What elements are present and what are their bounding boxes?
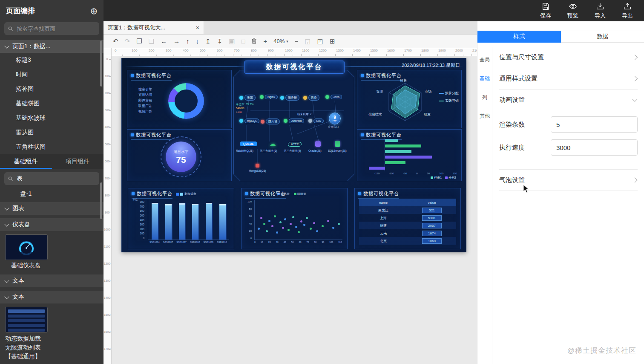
delete-icon[interactable] — [251, 38, 257, 45]
scrollbar[interactable] — [100, 40, 102, 87]
component-thumb-gauge[interactable] — [5, 234, 48, 260]
component-thumb-scrolllist[interactable] — [5, 307, 48, 332]
section-label: 仪表盘 — [12, 221, 30, 228]
database-node-icon[interactable] — [315, 141, 321, 147]
zoom-fit-icon: ◱ — [305, 38, 311, 44]
move-down-icon[interactable]: ↓ — [196, 38, 199, 44]
render-count-input[interactable] — [551, 116, 638, 133]
fullscreen-icon[interactable]: ◳ — [317, 38, 323, 44]
setting-row-bubble[interactable]: 气泡设置 — [499, 170, 638, 191]
node-sublabel: 第三方服务(6) — [260, 149, 277, 153]
dashboard-datetime[interactable]: 2022/09/18 17:22:33 星期日 — [402, 62, 460, 69]
copy-icon[interactable]: ❐ — [136, 38, 142, 44]
page-tree-root[interactable]: 页面1：数据... — [0, 40, 104, 53]
ruler-tick — [386, 54, 387, 56]
node-icon — [284, 119, 288, 123]
page-tree-item[interactable]: 基础饼图 — [0, 96, 104, 111]
page-tree-item[interactable]: 雷达图 — [0, 125, 104, 140]
legend-marker — [431, 176, 433, 179]
canvas-tab[interactable]: 页面1：数据可视化大... × — [104, 21, 204, 34]
side-tab-other[interactable]: 其他 — [480, 113, 490, 120]
database-node-icon[interactable] — [335, 141, 340, 147]
panel-title-label: 数据可视化平台 — [366, 132, 402, 138]
panel-radar-chart[interactable]: 数据可视化平台 销售 市场 — [357, 70, 462, 128]
side-tab-basic[interactable]: 基础 — [480, 75, 490, 82]
panel-waterball[interactable]: 数据可视化平台 消息水平 75 — [127, 129, 232, 181]
move-left-icon[interactable]: ← — [161, 38, 167, 44]
topology-node[interactable]: 集团 — [239, 95, 256, 101]
grid-view-icon[interactable]: ⊞ — [330, 38, 335, 44]
queue-node[interactable]: QUEUE — [240, 142, 257, 146]
topology-node[interactable]: iOS — [308, 118, 324, 123]
preview-button[interactable]: 预览 — [562, 2, 584, 20]
dashboard-screen[interactable]: 数据可视化平台 2022/09/18 17:22:33 星期日 数据可视化平台 … — [121, 58, 466, 252]
setting-row-position-size[interactable]: 位置与尺寸设置 — [499, 47, 638, 68]
panel-scatter-chart[interactable]: 数据可视化平台 降水量降雨量 100806040200 010203040506… — [241, 188, 348, 249]
panel-topology[interactable]: 集团Nginx服务器设备Java单位率: 35.7%546ms1348往来利用:… — [233, 70, 354, 181]
page-tree-item[interactable]: 五角柱状图 — [0, 140, 104, 154]
undo-icon[interactable]: ↶ — [113, 38, 118, 44]
topology-node[interactable]: mySQL — [239, 118, 259, 123]
tab-project-components[interactable]: 项目组件 — [52, 154, 104, 169]
side-tab-column[interactable]: 列 — [482, 94, 487, 101]
zoom-level-select[interactable]: 40%▾ — [273, 38, 288, 44]
cloud-node-icon[interactable]: ☁ — [269, 141, 276, 147]
ruler-number: 100 — [132, 49, 137, 52]
ruler-tick — [122, 55, 123, 56]
component-item-label[interactable]: 基础仪表盘 — [5, 262, 47, 269]
page-tree-item[interactable]: 基础水波球 — [0, 111, 104, 125]
panel-hbar-chart[interactable]: 数据可视化平台 -150-100-50050100150 样例1样例2 — [357, 129, 462, 181]
axis-tick: 200 — [134, 228, 144, 231]
entry-node[interactable]: 9PHP — [329, 113, 341, 124]
component-item-label[interactable]: 盘-1 — [5, 190, 47, 198]
waterball-label: 消息水平 — [173, 149, 189, 155]
topology-node[interactable]: 服务器 — [280, 95, 299, 101]
http-node[interactable]: HTTP — [288, 142, 302, 147]
workspace[interactable]: 0100200300400500600700800900100011001200… — [104, 48, 477, 364]
move-right-icon[interactable]: → — [173, 38, 180, 44]
align-bottom-icon[interactable]: ↧ — [217, 38, 223, 44]
database-node-icon[interactable] — [256, 164, 259, 168]
align-top-icon[interactable]: ↥ — [205, 38, 211, 44]
page-tree-item[interactable]: 标题3 — [0, 53, 104, 67]
page-tree-item[interactable]: 时间 — [0, 67, 104, 82]
tab-style[interactable]: 样式 — [477, 31, 561, 43]
page-search-input[interactable] — [16, 25, 95, 32]
topology-node[interactable]: Android — [284, 118, 304, 123]
component-search-box[interactable] — [4, 172, 99, 185]
section-header-gauge[interactable]: 仪表盘 — [0, 218, 104, 231]
close-icon[interactable]: × — [196, 24, 199, 31]
component-search-input[interactable] — [16, 175, 95, 182]
add-page-button[interactable]: ⊕ — [90, 6, 98, 15]
ruler-number: 1500 — [370, 49, 378, 52]
tab-basic-components[interactable]: 基础组件 — [0, 154, 52, 169]
panel-data-table[interactable]: 数据可视化平台 namevalue黑龙江521上海5301福建2057云南167… — [354, 188, 461, 249]
section-header-chart[interactable]: 图表 — [0, 202, 104, 215]
zoom-in-icon[interactable]: + — [263, 38, 267, 44]
panel-donut-chart[interactable]: 数据可视化平台 搜索引擎直接访问邮件营销联盟广告视频广告 — [127, 70, 232, 128]
page-tree-item[interactable]: 拓补图 — [0, 82, 104, 96]
side-tab-global[interactable]: 全局 — [480, 56, 490, 64]
section-header-text2[interactable]: 文本 — [0, 291, 104, 303]
setting-row-common-style[interactable]: 通用样式设置 — [499, 68, 638, 90]
component-item-label-multiline[interactable]: 动态数据加载 无限滚动列表 【基础通用】 — [5, 334, 104, 361]
topology-node[interactable]: 防火墙 — [261, 118, 280, 124]
panel-bar-chart[interactable]: 数据可视化平台 单位: 剩余磁盘 80070060050040030020010… — [128, 188, 234, 249]
scrollbar[interactable] — [100, 182, 102, 219]
zoom-out-icon[interactable]: − — [295, 38, 299, 44]
setting-row-animation[interactable]: 动画设置 — [499, 90, 638, 110]
topology-node[interactable]: Java — [325, 95, 342, 99]
dashboard-title-plaque[interactable]: 数据可视化平台 — [244, 61, 345, 74]
node-icon — [308, 119, 312, 123]
import-button[interactable]: 导入 — [589, 2, 611, 20]
tab-data[interactable]: 数据 — [561, 31, 644, 43]
save-button[interactable]: 保存 — [535, 2, 556, 20]
section-header-text1[interactable]: 文本 — [0, 274, 104, 287]
panel-title-marker-icon — [361, 133, 364, 136]
topology-node[interactable]: 设备 — [303, 95, 319, 101]
page-search-box[interactable] — [4, 22, 99, 35]
topology-node[interactable]: Nginx — [260, 95, 278, 99]
exec-speed-input[interactable] — [551, 139, 638, 156]
move-up-icon[interactable]: ↑ — [186, 38, 190, 44]
export-button[interactable]: 导出 — [617, 2, 638, 20]
